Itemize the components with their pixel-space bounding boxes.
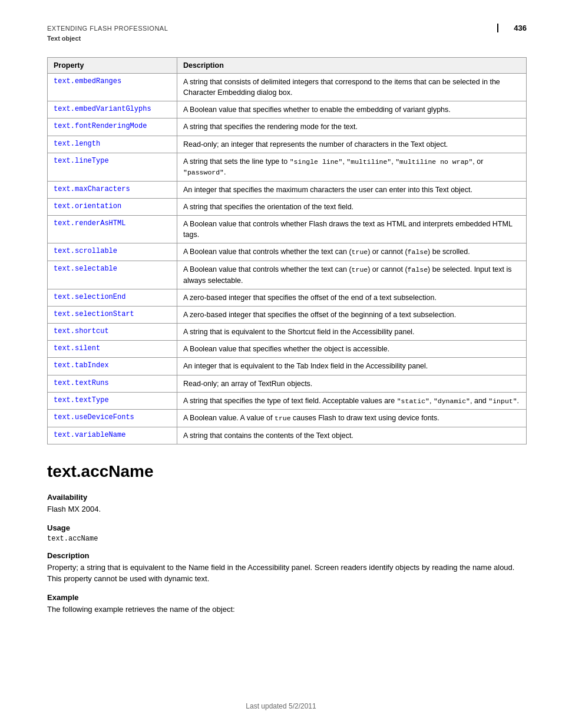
page: EXTENDING FLASH PROFESSIONAL Text object…: [0, 0, 562, 728]
property-cell: text.scrollable: [48, 243, 177, 261]
example-label: Example: [47, 593, 527, 602]
table-row: text.embedRangesA string that consists o…: [48, 74, 527, 101]
description-text: Property; a string that is equivalent to…: [47, 562, 527, 585]
usage-code: text.accName: [47, 535, 527, 543]
property-cell: text.selectionEnd: [48, 289, 177, 306]
table-header-row: Property Description: [48, 58, 527, 74]
table-row: text.useDeviceFontsA Boolean value. A va…: [48, 410, 527, 427]
description-cell: A string that consists of delimited inte…: [177, 74, 527, 101]
property-cell: text.shortcut: [48, 324, 177, 341]
property-cell: text.renderAsHTML: [48, 216, 177, 243]
footer-text: Last updated 5/2/2011: [246, 702, 316, 710]
description-cell: A Boolean value that controls whether th…: [177, 261, 527, 289]
description-cell: A string that is equivalent to the Short…: [177, 324, 527, 341]
example-text: The following example retrieves the name…: [47, 604, 527, 615]
table-row: text.lineTypeA string that sets the line…: [48, 153, 527, 181]
description-label: Description: [47, 551, 527, 560]
description-cell: Read-only; an integer that represents th…: [177, 136, 527, 153]
page-number: 436: [497, 24, 527, 32]
table-row: text.textRunsRead-only; an array of Text…: [48, 375, 527, 392]
property-cell: text.embedRanges: [48, 74, 177, 101]
description-section: Description Property; a string that is e…: [47, 551, 527, 585]
property-cell: text.tabIndex: [48, 358, 177, 375]
property-cell: text.fontRenderingMode: [48, 118, 177, 136]
table-row: text.maxCharactersAn integer that specif…: [48, 181, 527, 198]
availability-label: Availability: [47, 493, 527, 502]
description-cell: A zero-based integer that specifies the …: [177, 307, 527, 324]
table-row: text.selectionStartA zero-based integer …: [48, 307, 527, 324]
section-main-title: text.accName: [47, 462, 527, 481]
property-cell: text.length: [48, 136, 177, 153]
table-row: text.fontRenderingModeA string that spec…: [48, 118, 527, 136]
table-row: text.scrollableA Boolean value that cont…: [48, 243, 527, 261]
property-cell: text.selectable: [48, 261, 177, 289]
table-row: text.textTypeA string that specifies the…: [48, 392, 527, 410]
property-cell: text.maxCharacters: [48, 181, 177, 198]
property-cell: text.textType: [48, 392, 177, 410]
property-cell: text.variableName: [48, 427, 177, 444]
table-row: text.selectionEndA zero-based integer th…: [48, 289, 527, 306]
table-row: text.embedVariantGlyphsA Boolean value t…: [48, 101, 527, 118]
usage-label: Usage: [47, 523, 527, 532]
property-cell: text.embedVariantGlyphs: [48, 101, 177, 118]
table-row: text.tabIndexAn integer that is equivale…: [48, 358, 527, 375]
description-cell: A Boolean value that controls whether Fl…: [177, 216, 527, 243]
property-cell: text.silent: [48, 341, 177, 358]
description-cell: A string that specifies the type of text…: [177, 392, 527, 410]
table-row: text.renderAsHTMLA Boolean value that co…: [48, 216, 527, 243]
description-cell: An integer that is equivalent to the Tab…: [177, 358, 527, 375]
section-title: Text object: [47, 34, 168, 44]
example-section: Example The following example retrieves …: [47, 593, 527, 615]
property-cell: text.selectionStart: [48, 307, 177, 324]
usage-section: Usage text.accName: [47, 523, 527, 543]
page-footer: Last updated 5/2/2011: [0, 702, 562, 710]
description-cell: A string that sets the line type to "sin…: [177, 153, 527, 181]
description-cell: A zero-based integer that specifies the …: [177, 289, 527, 306]
description-cell: A Boolean value that specifies whether t…: [177, 101, 527, 118]
property-cell: text.useDeviceFonts: [48, 410, 177, 427]
description-cell: A string that specifies the rendering mo…: [177, 118, 527, 136]
col-header-property: Property: [48, 58, 177, 74]
table-row: text.shortcutA string that is equivalent…: [48, 324, 527, 341]
properties-table: Property Description text.embedRangesA s…: [47, 57, 527, 444]
availability-value: Flash MX 2004.: [47, 503, 527, 515]
header-left: EXTENDING FLASH PROFESSIONAL Text object: [47, 24, 168, 43]
description-cell: A Boolean value. A value of true causes …: [177, 410, 527, 427]
description-cell: Read-only; an array of TextRun objects.: [177, 375, 527, 392]
col-header-description: Description: [177, 58, 527, 74]
description-cell: A Boolean value that specifies whether t…: [177, 341, 527, 358]
book-title: EXTENDING FLASH PROFESSIONAL: [47, 24, 168, 34]
property-cell: text.orientation: [48, 199, 177, 216]
description-cell: A string that specifies the orientation …: [177, 199, 527, 216]
table-row: text.silentA Boolean value that specifie…: [48, 341, 527, 358]
table-row: text.lengthRead-only; an integer that re…: [48, 136, 527, 153]
availability-section: Availability Flash MX 2004.: [47, 493, 527, 515]
property-cell: text.textRuns: [48, 375, 177, 392]
page-header: EXTENDING FLASH PROFESSIONAL Text object…: [47, 24, 527, 45]
description-cell: A string that contains the contents of t…: [177, 427, 527, 444]
table-row: text.selectableA Boolean value that cont…: [48, 261, 527, 289]
description-cell: A Boolean value that controls whether th…: [177, 243, 527, 261]
description-cell: An integer that specifies the maximum ch…: [177, 181, 527, 198]
property-cell: text.lineType: [48, 153, 177, 181]
table-row: text.variableNameA string that contains …: [48, 427, 527, 444]
table-row: text.orientationA string that specifies …: [48, 199, 527, 216]
